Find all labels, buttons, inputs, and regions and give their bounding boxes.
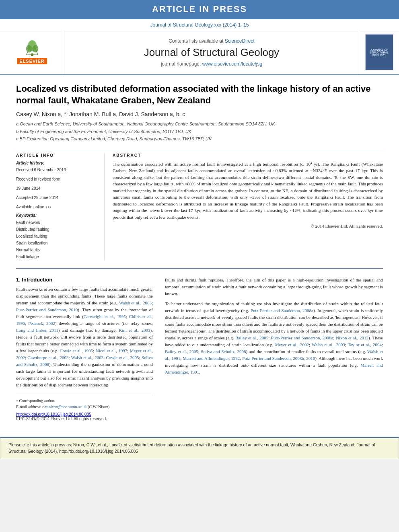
header-left: ELSEVIER	[0, 30, 64, 74]
ref-walsh-2003b[interactable]: Walsh et al., 2003	[71, 355, 104, 360]
authors-line: Casey W. Nixon a, *, Jonathan M. Bull a,…	[16, 111, 383, 117]
ref-walsh-2003[interactable]: Walsh et al., 2003	[119, 300, 152, 305]
intro-p1-text-9: ;	[93, 348, 96, 353]
intro-paragraph-1: Fault networks often contain a few large…	[16, 286, 153, 389]
svg-point-5	[29, 40, 35, 46]
ref-cowie-1995[interactable]: Cowie et al., 1995	[60, 348, 93, 353]
main-content: Localized vs distributed deformation ass…	[0, 75, 399, 429]
intro-p2-text: faults and during fault ruptures. Theref…	[165, 277, 383, 296]
intro-section-title: 1. Introduction	[16, 277, 153, 283]
header-center: Contents lists available at ScienceDirec…	[64, 30, 359, 74]
doi-link[interactable]: http://dx.doi.org/10.1016/j.jsg.2014.06.…	[16, 412, 153, 417]
revised-label: Received in revised form	[16, 176, 98, 182]
svg-point-6	[31, 53, 33, 55]
footnote-area: * Corresponding author. E-mail address: …	[16, 395, 153, 410]
keyword-4: Strain localization	[16, 240, 98, 246]
article-in-press-banner: ARTICLE IN PRESS	[0, 0, 399, 18]
copyright-text: © 2014 Elsevier Ltd. All rights reserved…	[113, 224, 383, 228]
issn-text: 0191-8141/© 2014 Elsevier Ltd. All right…	[16, 417, 153, 421]
keyword-2: Distributed faulting	[16, 226, 98, 233]
intro-p1-text-2: ;	[152, 300, 153, 305]
journal-cover-image: JOURNAL OF STRUCTURAL GEOLOGY	[365, 34, 393, 70]
abstract-heading: ABSTRACT	[113, 153, 383, 158]
ref-gawthorpe-2003[interactable]: Gawthorpe et al., 2003	[27, 355, 68, 360]
sciencedirect-line: Contents lists available at ScienceDirec…	[169, 38, 254, 44]
ref-cartwright-1995[interactable]: Cartwright et al., 1995	[84, 314, 126, 319]
ref-bailey-2005[interactable]: Bailey et al., 2005	[235, 335, 268, 340]
ref-nixon-2012[interactable]: Nixon et al., 2012	[336, 335, 368, 340]
ref-walsh-2003c[interactable]: Walsh et al., 2003	[312, 342, 345, 347]
article-info-heading: ARTICLE INFO	[16, 153, 98, 158]
article-title: Localized vs distributed deformation ass…	[16, 83, 383, 106]
revised-date: 19 June 2014	[16, 185, 98, 191]
email-label: E-mail address:	[16, 405, 42, 409]
affiliations: a Ocean and Earth Science, University of…	[16, 121, 383, 142]
ref-soliva-schultz-2008b[interactable]: Soliva and Schultz, 2008	[201, 349, 246, 354]
journal-homepage: journal homepage: www.elsevier.com/locat…	[161, 61, 262, 67]
ref-bailey-2005b[interactable]: Bailey et al., 2005	[165, 349, 198, 354]
elsevier-tree-icon	[22, 40, 42, 56]
ref-putz-perrier-2008a[interactable]: Putz-Perrier and Sanderson, 2008a	[251, 308, 313, 313]
footnote-email-link[interactable]: c.w.nixon@noc.soton.ac.uk	[42, 405, 86, 409]
article-info-abstract-section: ARTICLE INFO Article history: Received 6…	[16, 149, 383, 260]
homepage-prefix: journal homepage:	[161, 61, 202, 67]
keyword-5: Normal faults	[16, 246, 98, 253]
journal-title-main: Journal of Structural Geology	[144, 46, 280, 59]
section-number: 1.	[16, 277, 21, 283]
header-right: JOURNAL OF STRUCTURAL GEOLOGY	[359, 30, 399, 74]
ref-marrett-1992[interactable]: Marrett and Allmendinger, 1992	[183, 356, 240, 361]
intro-left-column: 1. Introduction Fault networks often con…	[16, 277, 153, 421]
footnote-corresponding: * Corresponding author.	[16, 398, 153, 404]
ref-putz-perrier-2008a-2[interactable]: Putz-Perrier and Sanderson, 2008a	[271, 335, 333, 340]
intro-p1-text-6: ) developing a range of structures (i.e.…	[55, 321, 153, 326]
page-wrapper: ARTICLE IN PRESS Journal of Structural G…	[0, 0, 399, 459]
intro-p1-text-4: ;	[126, 314, 129, 319]
abstract-column: ABSTRACT The deformation associated with…	[113, 153, 383, 260]
intro-p1-text-7: ) and damage (i.e. tip damage;	[58, 328, 119, 333]
citation-bar-text: Please cite this article in press as: Ni…	[8, 442, 391, 455]
authors-text: Casey W. Nixon a, *, Jonathan M. Bull a,…	[16, 111, 185, 117]
section-title-text: Introduction	[22, 277, 52, 283]
affiliation-a: a Ocean and Earth Science, University of…	[16, 121, 383, 127]
ref-putz-perrier-2008b[interactable]: Putz-Perrier and Sanderson, 2008b, 2010	[242, 356, 315, 361]
keyword-3: Localized faulting	[16, 233, 98, 240]
elsevier-logo: ELSEVIER	[8, 40, 56, 64]
homepage-url[interactable]: www.elsevier.com/locate/jsg	[202, 61, 262, 67]
ref-kim-2003[interactable]: Kim et al., 2003	[119, 328, 150, 333]
affiliation-b: b Faculty of Engineering and the Environ…	[16, 128, 383, 135]
journal-header-bar: Journal of Structural Geology xxx (2014)…	[0, 18, 399, 30]
ref-putz-perrier-2010[interactable]: Putz-Perrier and Sanderson, 2010	[16, 307, 78, 312]
intro-p2-right: faults and during fault ruptures. Theref…	[165, 277, 383, 297]
sciencedirect-link[interactable]: ScienceDirect	[225, 38, 255, 44]
ref-long-imber-2011[interactable]: Long and Imber, 2011	[16, 328, 58, 333]
affiliation-c: c BP Exploration Operating Company Limit…	[16, 136, 383, 142]
intro-p3-right: To better understand the organization of…	[165, 300, 383, 376]
ref-peacock-2002[interactable]: Peacock, 2002	[28, 321, 55, 326]
available-online: Available online xxx	[16, 204, 98, 210]
section-divider	[16, 268, 383, 269]
accepted-date: Accepted 29 June 2014	[16, 195, 98, 201]
intro-p3-text-6: ;	[309, 342, 312, 347]
abstract-text: The deformation associated with an activ…	[113, 161, 383, 221]
citation-bar: Please cite this article in press as: Ni…	[0, 437, 399, 459]
elsevier-brand-text: ELSEVIER	[17, 58, 47, 64]
ref-meyer-2002b[interactable]: Meyer et al., 2002	[275, 342, 309, 347]
introduction-section: 1. Introduction Fault networks often con…	[16, 277, 383, 421]
intro-p1-text-10: ;	[127, 348, 130, 353]
intro-right-column: faults and during fault ruptures. Theref…	[165, 277, 383, 421]
ref-taylor-2004[interactable]: Taylor et al., 2004	[348, 342, 382, 347]
doi-anchor[interactable]: http://dx.doi.org/10.1016/j.jsg.2014.06.…	[16, 412, 91, 417]
sciencedirect-prefix: Contents lists available at	[169, 38, 224, 44]
keywords-label: Keywords:	[16, 213, 98, 218]
article-in-press-text: ARTICLE IN PRESS	[152, 4, 247, 14]
intro-p3-text-8: ;	[382, 342, 383, 347]
article-info-column: ARTICLE INFO Article history: Received 6…	[16, 153, 105, 260]
keyword-1: Fault network	[16, 219, 98, 226]
ref-nicol-1997[interactable]: Nicol et al., 1997	[96, 348, 127, 353]
cover-text: JOURNAL OF STRUCTURAL GEOLOGY	[367, 48, 391, 57]
history-label: Article history:	[16, 161, 98, 165]
footnote-email-line: E-mail address: c.w.nixon@noc.soton.ac.u…	[16, 404, 153, 410]
ref-cowie-2005[interactable]: Cowie et al., 2005	[106, 355, 139, 360]
received-date: Received 6 November 2013	[16, 167, 98, 173]
journal-header: ELSEVIER Contents lists available at Sci…	[0, 30, 399, 75]
